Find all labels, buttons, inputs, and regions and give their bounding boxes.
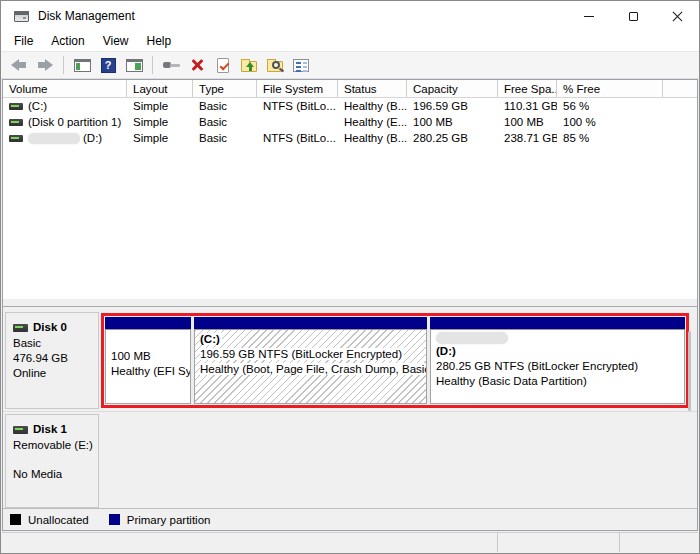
disk0-status: Online [13,366,98,381]
console-tree-icon [74,59,91,72]
volume-name: (D:) [83,132,102,144]
primary-partition-bar [430,317,685,329]
primary-partition-bar [194,317,427,329]
forward-arrow-icon [37,59,53,71]
legend-unallocated: Unallocated [10,514,89,526]
cell-status: Healthy (E... [338,114,407,130]
header-status[interactable]: Status [338,80,407,97]
partition-d[interactable]: (D:) 280.25 GB NTFS (BitLocker Encrypted… [430,317,685,404]
header-pct-free[interactable]: % Free [557,80,663,97]
show-action-pane-button[interactable] [122,54,146,76]
disk-management-window: Disk Management File Action View Help ? [0,0,700,554]
cell-type: Basic [193,114,257,130]
volume-icon [9,119,23,126]
folder-up-icon [241,61,257,72]
cell-free-space: 238.71 GB [498,130,557,146]
explore-button[interactable] [263,54,287,76]
primary-partition-bar [105,317,191,329]
disk1-status: No Media [13,467,98,482]
partition-c[interactable]: (C:) 196.59 GB NTFS (BitLocker Encrypted… [194,317,427,404]
scrollbar[interactable] [688,331,691,411]
maximize-button[interactable] [611,1,655,31]
disk-graphical-pane: Disk 0 Basic 476.94 GB Online 100 MB Hea… [3,307,697,508]
document-check-icon [217,58,229,73]
header-capacity[interactable]: Capacity [407,80,498,97]
table-row-d[interactable]: (D:) Simple Basic NTFS (BitLo... Healthy… [3,130,697,146]
properties-icon [293,59,309,72]
folder-magnifier-icon [267,61,283,72]
partition-efi[interactable]: 100 MB Healthy (EFI Sys [105,317,191,404]
help-button[interactable]: ? [96,54,120,76]
volume-list: Volume Layout Type File System Status Ca… [3,80,697,298]
header-layout[interactable]: Layout [127,80,193,97]
cell-capacity: 280.25 GB [407,130,498,146]
show-console-tree-button[interactable] [70,54,94,76]
open-button[interactable] [237,54,261,76]
window-title: Disk Management [38,9,135,23]
cell-layout: Simple [127,130,193,146]
cell-file-system: NTFS (BitLo... [257,130,338,146]
partition-c-status: Healthy (Boot, Page File, Crash Dump, Ba… [200,363,427,375]
volume-icon [9,135,23,142]
menu-help[interactable]: Help [138,32,181,50]
disk-icon [13,324,28,332]
header-volume[interactable]: Volume [3,80,127,97]
efi-size: 100 MB [111,349,185,364]
delete-volume-button[interactable] [185,54,209,76]
action-pane-icon [126,59,143,72]
header-filler [663,80,697,97]
cell-capacity: 196.59 GB [407,98,498,114]
disk0-selection-box: 100 MB Healthy (EFI Sys (C:) 196.59 GB N… [101,313,689,408]
cell-pct-free: 56 % [557,98,663,114]
menu-bar: File Action View Help [1,31,699,51]
table-row-c[interactable]: (C:) Simple Basic NTFS (BitLo... Healthy… [3,98,697,114]
legend-primary-partition: Primary partition [109,514,211,526]
maximize-icon [629,12,638,21]
menu-view[interactable]: View [94,32,138,50]
back-arrow-icon [11,59,27,71]
disk0-kind: Basic [13,336,98,351]
cell-capacity: 100 MB [407,114,498,130]
minimize-button[interactable] [567,1,611,31]
header-file-system[interactable]: File System [257,80,338,97]
cell-free-space: 110.31 GB [498,98,557,114]
menu-file[interactable]: File [5,32,42,50]
disk1-name: Disk 1 [33,422,67,437]
cell-pct-free: 85 % [557,130,663,146]
close-button[interactable] [655,1,699,31]
toolbar: ? [1,51,699,79]
pane-splitter[interactable] [3,298,697,307]
back-button[interactable] [7,54,31,76]
disk1-info-panel[interactable]: Disk 1 Removable (E:) No Media [5,414,99,508]
properties-button[interactable] [289,54,313,76]
status-bar [2,532,698,552]
toolbar-separator [152,56,153,74]
cell-layout: Simple [127,114,193,130]
header-free-space[interactable]: Free Spa... [498,80,557,97]
forward-button[interactable] [33,54,57,76]
header-type[interactable]: Type [193,80,257,97]
cell-status: Healthy (B... [338,98,407,114]
disk0-info-panel[interactable]: Disk 0 Basic 476.94 GB Online [5,312,99,409]
status-pane-secondary [497,533,619,552]
toolbar-separator [63,56,64,74]
partition-d-size: 280.25 GB NTFS (BitLocker Encrypted) [436,359,679,374]
cell-layout: Simple [127,98,193,114]
disk1-kind: Removable (E:) [13,438,98,453]
disk0-size: 476.94 GB [13,351,98,366]
minimize-icon [584,16,594,17]
partition-d-status: Healthy (Basic Data Partition) [436,374,679,389]
red-x-delete-icon [190,58,204,72]
close-icon [671,10,683,22]
table-row-partition1[interactable]: (Disk 0 partition 1) Simple Basic Health… [3,114,697,130]
cell-status: Healthy (B... [338,130,407,146]
menu-action[interactable]: Action [42,32,93,50]
client-area: Volume Layout Type File System Status Ca… [2,79,698,531]
volume-list-header: Volume Layout Type File System Status Ca… [3,80,697,98]
check-document-button[interactable] [211,54,235,76]
rescan-tool-icon [163,59,180,71]
rescan-disks-button[interactable] [159,54,183,76]
partition-c-size: 196.59 GB NTFS (BitLocker Encrypted) [200,348,404,360]
unallocated-swatch [10,514,21,525]
cell-pct-free: 100 % [557,114,663,130]
